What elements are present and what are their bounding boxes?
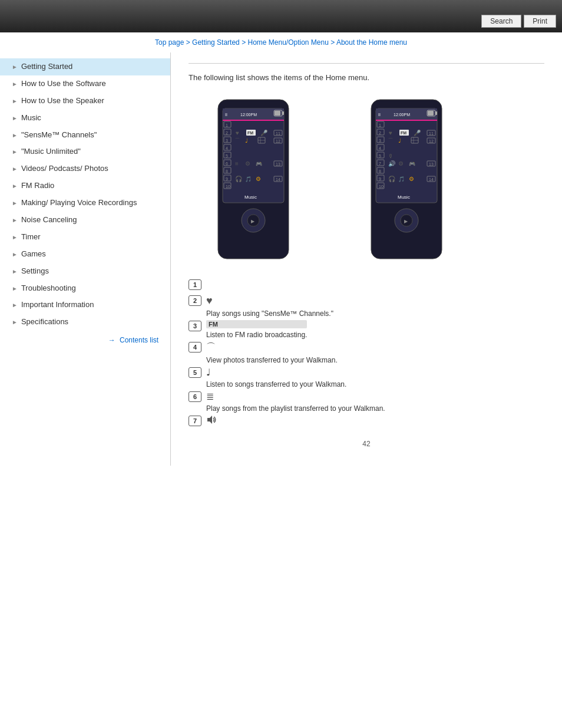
sidebar-item-settings[interactable]: ► Settings xyxy=(0,263,170,280)
sidebar-item-music-unlimited[interactable]: ► "Music Unlimited" xyxy=(0,143,170,160)
sidebar-item-fm-radio[interactable]: ► FM Radio xyxy=(0,177,170,195)
svg-text:1: 1 xyxy=(379,123,381,127)
sidebar-label-timer: Timer xyxy=(21,232,164,242)
svg-text:13: 13 xyxy=(429,162,434,166)
walkman-svg-1: II 12:00PM 1 2 ♥ xyxy=(189,94,318,265)
svg-text:♥: ♥ xyxy=(389,130,392,136)
svg-text:1: 1 xyxy=(226,123,228,127)
arrow-icon-games: ► xyxy=(12,251,18,258)
sidebar-item-how-to-use-software[interactable]: ► How to Use the Software xyxy=(0,75,170,93)
svg-text:⚙: ⚙ xyxy=(398,160,404,167)
sidebar-label-games: Games xyxy=(21,249,164,259)
sidebar-label-getting-started: Getting Started xyxy=(21,62,164,72)
num-item-content-7 xyxy=(206,415,218,428)
svg-text:8: 8 xyxy=(226,169,228,173)
svg-text:2: 2 xyxy=(226,131,228,135)
speaker-svg-icon xyxy=(206,415,218,424)
arrow-icon-software: ► xyxy=(12,80,18,88)
arrow-icon-important: ► xyxy=(12,301,18,309)
svg-text:♩: ♩ xyxy=(398,137,401,144)
num-desc-4: View photos transferred to your Walkman. xyxy=(206,356,338,364)
sidebar-label-speaker: How to Use the Speaker xyxy=(21,96,164,106)
svg-text:🎧: 🎧 xyxy=(235,175,243,183)
contents-list-link[interactable]: → Contents list xyxy=(0,331,170,349)
print-button[interactable]: Print xyxy=(524,15,556,28)
walkman-diagram-2: II 12:00PM 1 2 ♥ FM 🎤 11 xyxy=(342,94,471,265)
arrow-icon-voice: ► xyxy=(12,199,18,207)
num-badge-4: 4 xyxy=(189,342,201,353)
svg-text:🎮: 🎮 xyxy=(256,160,263,167)
page-number: 42 xyxy=(189,440,544,448)
photo-icon: ⌒ xyxy=(206,341,338,354)
contents-list-anchor[interactable]: → Contents list xyxy=(108,336,158,344)
num-badge-7: 7 xyxy=(189,416,201,426)
arrow-icon-music: ► xyxy=(12,114,18,122)
num-badge-3: 3 xyxy=(189,321,201,331)
svg-text:9: 9 xyxy=(379,177,381,181)
sidebar-item-noise-canceling[interactable]: ► Noise Canceling xyxy=(0,212,170,229)
sidebar-label-fm: FM Radio xyxy=(21,181,164,191)
num-badge-1: 1 xyxy=(189,279,201,290)
svg-text:≡: ≡ xyxy=(235,160,239,167)
sidebar-item-music[interactable]: ► Music xyxy=(0,110,170,127)
search-button[interactable]: Search xyxy=(481,15,521,28)
breadcrumb-home-menu[interactable]: Home Menu/Option Menu xyxy=(247,38,328,47)
sidebar-item-troubleshooting[interactable]: ► Troubleshooting xyxy=(0,280,170,297)
svg-text:⚙: ⚙ xyxy=(409,176,414,182)
svg-marker-109 xyxy=(207,416,212,424)
svg-text:🎧: 🎧 xyxy=(388,175,396,183)
svg-text:5: 5 xyxy=(379,154,381,158)
svg-text:🎙: 🎙 xyxy=(388,153,394,159)
svg-text:🎤: 🎤 xyxy=(260,129,268,137)
svg-text:12:00PM: 12:00PM xyxy=(394,113,410,117)
walkman-svg-2: II 12:00PM 1 2 ♥ FM 🎤 11 xyxy=(342,94,471,265)
sidebar-label-videos: Videos/ Podcasts/ Photos xyxy=(21,164,164,174)
svg-text:Music: Music xyxy=(244,195,257,200)
sidebar-item-games[interactable]: ► Games xyxy=(0,246,170,263)
svg-text:4: 4 xyxy=(379,146,381,150)
sidebar-item-voice[interactable]: ► Making/ Playing Voice Recordings xyxy=(0,195,170,212)
sidebar-item-getting-started[interactable]: ► Getting Started xyxy=(0,58,170,75)
svg-text:FM: FM xyxy=(247,131,253,135)
svg-rect-6 xyxy=(275,111,280,116)
sensme-icon: ♥ xyxy=(206,295,333,307)
svg-text:🎮: 🎮 xyxy=(409,160,416,167)
speaker-icon xyxy=(206,415,218,427)
num-item-content-2: ♥ Play songs using "SensMe™ Channels." xyxy=(206,295,333,318)
svg-rect-61 xyxy=(435,111,437,115)
content-area: The following list shows the items of th… xyxy=(171,52,562,466)
arrow-icon-getting-started: ► xyxy=(12,63,18,71)
sidebar-item-videos[interactable]: ► Videos/ Podcasts/ Photos xyxy=(0,160,170,177)
svg-text:12:00PM: 12:00PM xyxy=(240,113,257,117)
sidebar-item-specifications[interactable]: ► Specifications xyxy=(0,314,170,331)
num-item-6: 6 ≣ Play songs from the playlist transfe… xyxy=(189,391,544,413)
arrow-icon-sensme: ► xyxy=(12,131,18,139)
sidebar-label-sensme: "SensMe™ Channels" xyxy=(21,130,164,140)
num-item-content-6: ≣ Play songs from the playlist transferr… xyxy=(206,391,385,413)
breadcrumb-about-home[interactable]: About the Home menu xyxy=(336,38,407,47)
sidebar-label-specifications: Specifications xyxy=(21,317,164,327)
sidebar-item-important-info[interactable]: ► Important Information xyxy=(0,297,170,314)
sidebar-label-music-unlimited: "Music Unlimited" xyxy=(21,147,164,157)
svg-text:13: 13 xyxy=(276,162,280,166)
svg-text:🎤: 🎤 xyxy=(414,129,421,137)
svg-text:⌒: ⌒ xyxy=(388,137,394,144)
arrow-icon-fm: ► xyxy=(12,182,18,190)
svg-text:🎵: 🎵 xyxy=(398,176,405,183)
walkman-diagram-1: II 12:00PM 1 2 ♥ xyxy=(189,94,318,265)
sidebar-label-troubleshooting: Troubleshooting xyxy=(21,284,164,294)
num-item-content-3: FM Listen to FM radio broadcasting. xyxy=(206,320,307,339)
breadcrumb-getting-started[interactable]: Getting Started xyxy=(192,38,240,47)
breadcrumb-top[interactable]: Top page xyxy=(155,38,184,47)
num-desc-3: Listen to FM radio broadcasting. xyxy=(206,331,307,339)
svg-text:8: 8 xyxy=(379,169,381,173)
sidebar-item-timer[interactable]: ► Timer xyxy=(0,229,170,246)
svg-rect-60 xyxy=(428,111,434,116)
sidebar: ► Getting Started ► How to Use the Softw… xyxy=(0,52,171,466)
svg-text:II: II xyxy=(378,113,381,117)
svg-text:2: 2 xyxy=(379,131,381,135)
sidebar-label-voice: Making/ Playing Voice Recordings xyxy=(21,198,164,208)
sidebar-item-how-to-use-speaker[interactable]: ► How to Use the Speaker xyxy=(0,93,170,110)
svg-text:4: 4 xyxy=(226,146,228,150)
sidebar-item-sensme[interactable]: ► "SensMe™ Channels" xyxy=(0,127,170,144)
